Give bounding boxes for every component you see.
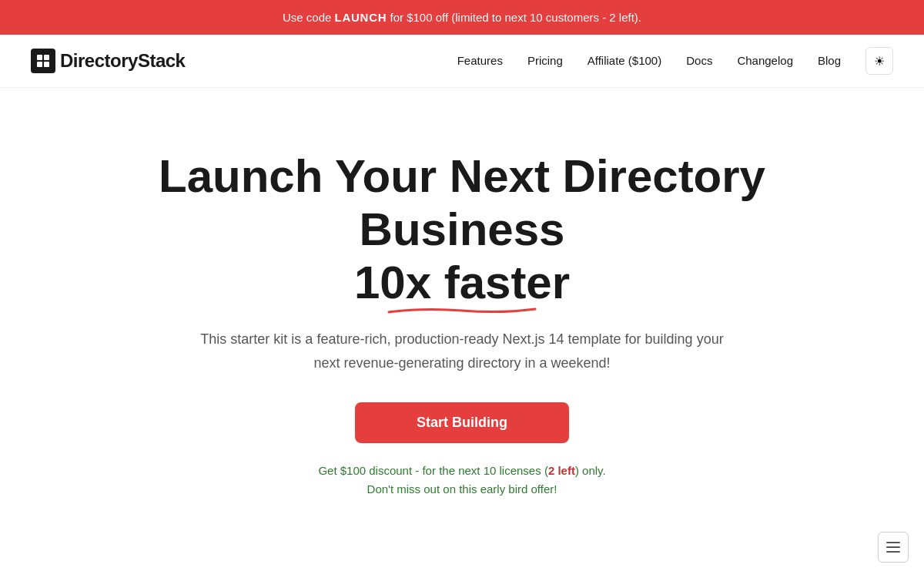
discount-prefix: Get $100 discount - for the next 10 lice…	[318, 464, 548, 477]
nav-item-docs[interactable]: Docs	[686, 54, 712, 68]
hero-section: Launch Your Next Directory Business 10x …	[116, 88, 808, 545]
hero-title: Launch Your Next Directory Business 10x …	[146, 150, 778, 309]
svg-rect-2	[37, 62, 42, 67]
start-building-button[interactable]: Start Building	[355, 402, 569, 443]
nav-item-changelog[interactable]: Changelog	[737, 54, 793, 68]
nav-link-blog[interactable]: Blog	[818, 54, 841, 67]
hero-description: This starter kit is a feature-rich, prod…	[192, 328, 732, 375]
underline-decoration	[385, 306, 539, 315]
key-features-section: Key Features A Next.js 14 Directory Temp…	[0, 545, 924, 578]
hero-title-line2: 10x faster	[146, 256, 778, 309]
cta-container: Start Building	[146, 402, 778, 462]
nav-link-pricing[interactable]: Pricing	[527, 54, 563, 67]
logo-icon	[31, 49, 55, 73]
menu-line-3	[886, 551, 900, 553]
hero-title-part1: Launch Your Next	[159, 150, 563, 202]
logo-text: DirectoryStack	[60, 50, 185, 72]
nav-item-blog[interactable]: Blog	[818, 54, 841, 68]
logo[interactable]: DirectoryStack	[31, 49, 185, 73]
nav-link-features[interactable]: Features	[457, 54, 503, 67]
discount-line1: Get $100 discount - for the next 10 lice…	[146, 462, 778, 480]
svg-rect-3	[44, 62, 49, 67]
bottom-menu-button[interactable]	[878, 532, 909, 563]
menu-line-1	[886, 542, 900, 543]
nav-link-docs[interactable]: Docs	[686, 54, 712, 67]
nav-link-changelog[interactable]: Changelog	[737, 54, 793, 67]
discount-suffix: ) only.	[575, 464, 606, 477]
nav-link-affiliate[interactable]: Affiliate ($100)	[588, 54, 661, 67]
logo-svg	[35, 53, 51, 69]
theme-toggle-icon: ☀	[874, 54, 885, 69]
discount-number: 2 left	[548, 464, 575, 477]
navbar: DirectoryStack Features Pricing Affiliat…	[0, 35, 924, 88]
nav-item-affiliate[interactable]: Affiliate ($100)	[588, 54, 661, 68]
hero-title-10x: 10x faster	[354, 257, 570, 308]
svg-rect-0	[37, 55, 42, 60]
theme-toggle-button[interactable]: ☀	[865, 47, 893, 75]
hero-title-line1: Launch Your Next Directory Business	[159, 150, 765, 255]
discount-text: Get $100 discount - for the next 10 lice…	[146, 462, 778, 499]
nav-item-features[interactable]: Features	[457, 54, 503, 68]
nav-links: Features Pricing Affiliate ($100) Docs C…	[457, 47, 893, 75]
announcement-prefix: Use code	[283, 11, 335, 24]
announcement-suffix: for $100 off (limited to next 10 custome…	[387, 11, 641, 24]
theme-toggle-item[interactable]: ☀	[865, 47, 893, 75]
announcement-banner: Use code LAUNCH for $100 off (limited to…	[0, 0, 924, 35]
nav-item-pricing[interactable]: Pricing	[527, 54, 563, 68]
announcement-code: LAUNCH	[335, 11, 387, 24]
svg-rect-1	[44, 55, 49, 60]
menu-line-2	[886, 546, 900, 548]
discount-line2: Don't miss out on this early bird offer!	[146, 480, 778, 499]
